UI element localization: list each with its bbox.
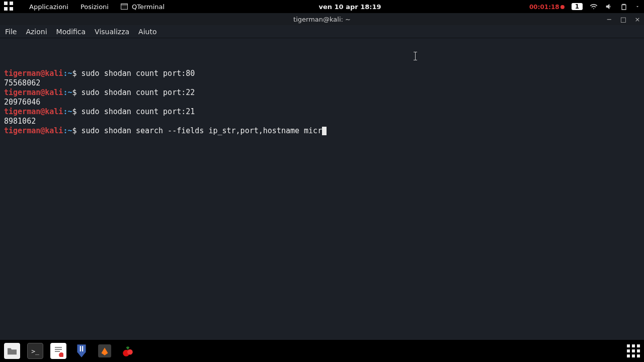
menu-actions[interactable]: Azioni [26, 28, 47, 36]
battery-icon[interactable] [620, 3, 628, 11]
window-titlebar[interactable]: tigerman@kali: ~ − □ × [0, 13, 644, 25]
task-label: QTerminal [132, 3, 165, 11]
bottom-dock: >_ [0, 340, 644, 362]
panel-clock[interactable]: ven 10 apr 18:19 [318, 3, 381, 11]
terminal-menubar: File Azioni Modifica Visualizza Aiuto [0, 25, 644, 38]
svg-rect-3 [55, 351, 60, 352]
taskbar-qterminal[interactable]: QTerminal [115, 3, 171, 11]
terminal-line: tigerman@kali:~$ sudo shodan count port:… [4, 69, 640, 78]
cherrytree-icon[interactable] [120, 343, 136, 359]
svg-rect-1 [55, 347, 62, 348]
menu-help[interactable]: Aiuto [138, 28, 156, 36]
menu-view[interactable]: Visualizza [95, 28, 129, 36]
text-cursor-ibeam [415, 52, 416, 60]
menu-edit[interactable]: Modifica [56, 28, 86, 36]
files-icon[interactable] [4, 343, 20, 359]
maximize-button[interactable]: □ [620, 16, 627, 23]
terminal-line: tigerman@kali:~$ sudo shodan search --fi… [4, 126, 640, 136]
minimize-button[interactable]: − [606, 16, 613, 23]
terminal-cursor [322, 127, 327, 135]
wifi-icon[interactable] [590, 3, 598, 11]
window-title: tigerman@kali: ~ [293, 16, 351, 23]
terminal-line: tigerman@kali:~$ sudo shodan count port:… [4, 107, 640, 117]
activities-icon[interactable] [4, 2, 14, 12]
terminal-line: 20976046 [4, 98, 640, 107]
menu-file[interactable]: File [5, 28, 17, 36]
close-button[interactable]: × [634, 16, 641, 23]
svg-point-7 [127, 349, 133, 355]
workspace-indicator[interactable]: 1 [572, 3, 583, 10]
metasploit-icon[interactable] [73, 343, 90, 359]
svg-rect-2 [55, 349, 62, 350]
window-icon [121, 4, 128, 10]
burp-icon[interactable] [97, 343, 113, 359]
terminal-line: 8981062 [4, 117, 640, 126]
screen-recorder-indicator[interactable]: 00:01:18 [529, 3, 565, 11]
terminal-line: tigerman@kali:~$ sudo shodan count port:… [4, 88, 640, 98]
terminal-window: tigerman@kali: ~ − □ × File Azioni Modif… [0, 13, 644, 340]
show-applications-icon[interactable] [627, 344, 640, 357]
text-editor-icon[interactable] [50, 343, 66, 359]
power-menu-icon[interactable] [635, 3, 640, 11]
terminal-icon[interactable]: >_ [27, 343, 43, 359]
terminal-body[interactable]: tigerman@kali:~$ sudo shodan count port:… [0, 38, 644, 340]
menu-applications[interactable]: Applicazioni [23, 3, 74, 11]
volume-icon[interactable] [605, 3, 613, 11]
menu-positions[interactable]: Posizioni [74, 3, 115, 11]
top-panel: Applicazioni Posizioni QTerminal ven 10 … [0, 0, 644, 13]
terminal-line: 75568062 [4, 78, 640, 88]
